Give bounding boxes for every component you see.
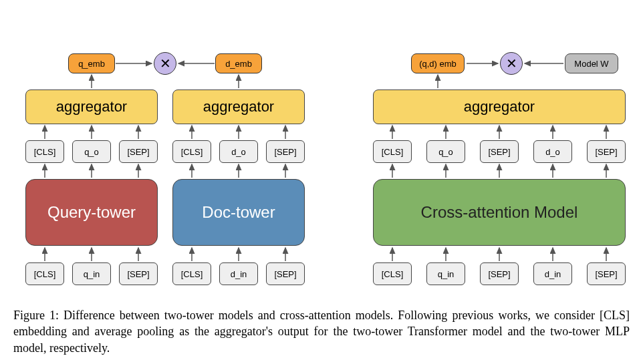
- token-in-q-cls: [CLS]: [25, 262, 64, 285]
- aggregator-d: aggregator: [172, 89, 305, 124]
- token-in-c-2: [SEP]: [480, 262, 519, 285]
- aggregator-q-label: aggregator: [56, 98, 127, 116]
- token-out-d-sep: [SEP]: [266, 140, 305, 163]
- mult-symbol-r: ✕: [506, 55, 517, 71]
- token-in-q-in: q_in: [72, 262, 111, 285]
- token-out-q-cls: [CLS]: [25, 140, 64, 163]
- aggregator-cross: aggregator: [373, 89, 626, 124]
- doc-tower-label: Doc-tower: [202, 203, 275, 222]
- aggregator-d-label: aggregator: [203, 98, 274, 116]
- aggregator-q: aggregator: [25, 89, 158, 124]
- token-out-c-4: [SEP]: [587, 140, 626, 163]
- query-tower-label: Query-tower: [47, 203, 136, 222]
- d-emb-box: d_emb: [215, 53, 262, 73]
- token-in-c-0: [CLS]: [373, 262, 412, 285]
- aggregator-cross-label: aggregator: [464, 98, 535, 116]
- multiply-op-right: ✕: [500, 52, 523, 75]
- cross-model-label: Cross-attention Model: [421, 203, 578, 222]
- token-out-q-o: q_o: [72, 140, 111, 163]
- token-in-d-sep: [SEP]: [266, 262, 305, 285]
- architecture-diagram: q_emb ✕ d_emb aggregator aggregator [CLS…: [0, 0, 643, 304]
- token-out-d-cls: [CLS]: [172, 140, 211, 163]
- model-w-label: Model W: [574, 59, 608, 69]
- token-out-c-1: q_o: [426, 140, 465, 163]
- token-in-c-3: d_in: [533, 262, 572, 285]
- token-in-c-1: q_in: [426, 262, 465, 285]
- token-out-q-sep: [SEP]: [119, 140, 158, 163]
- token-in-q-sep: [SEP]: [119, 262, 158, 285]
- q-emb-box: q_emb: [68, 53, 115, 73]
- token-out-c-0: [CLS]: [373, 140, 412, 163]
- figure-caption: Figure 1: Difference between two-tower m…: [13, 307, 630, 356]
- multiply-op-left: ✕: [154, 52, 176, 75]
- token-out-d-o: d_o: [219, 140, 258, 163]
- token-in-d-in: d_in: [219, 262, 258, 285]
- mult-symbol: ✕: [160, 55, 171, 71]
- qd-emb-label: (q,d) emb: [419, 59, 457, 69]
- q-emb-label: q_emb: [78, 59, 105, 69]
- doc-tower: Doc-tower: [172, 179, 305, 246]
- model-w-box: Model W: [565, 53, 618, 73]
- token-in-c-4: [SEP]: [587, 262, 626, 285]
- d-emb-label: d_emb: [225, 59, 252, 69]
- query-tower: Query-tower: [25, 179, 158, 246]
- cross-attention-model: Cross-attention Model: [373, 179, 626, 246]
- token-out-c-2: [SEP]: [480, 140, 519, 163]
- qd-emb-box: (q,d) emb: [411, 53, 465, 73]
- token-in-d-cls: [CLS]: [172, 262, 211, 285]
- token-out-c-3: d_o: [533, 140, 572, 163]
